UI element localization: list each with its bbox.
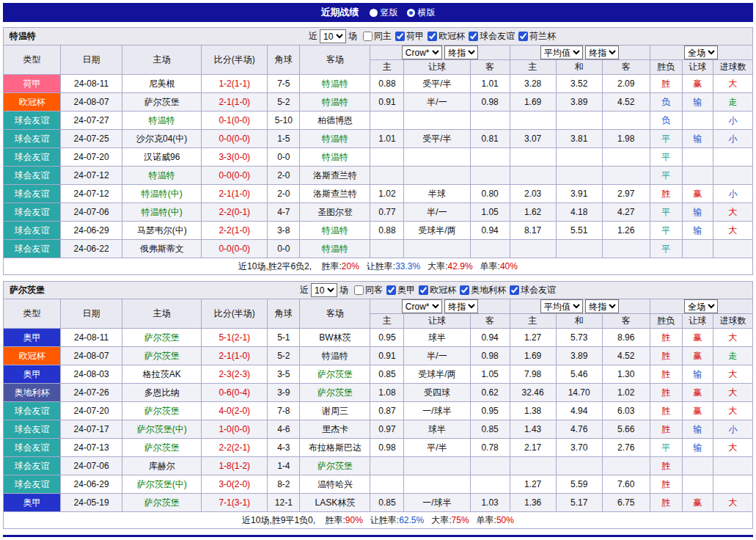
fulltime-select[interactable]: 全场 <box>684 299 718 313</box>
result-goals: 小 <box>713 185 752 203</box>
league-filter-checkbox[interactable] <box>510 285 519 295</box>
summary-row: 近10场,胜9平1负0, 胜率:90%让胜率:62.5%大率:75%单率:50% <box>4 512 753 529</box>
asia-away-odds: 1.05 <box>470 365 510 384</box>
asia-handicap: 平/半 <box>404 439 470 457</box>
layout-radio[interactable]: 竖版 <box>370 7 398 19</box>
league-filter[interactable]: 球会友谊 <box>469 30 515 43</box>
asia-home-odds <box>370 240 404 258</box>
games-count-select[interactable]: 10 <box>311 283 337 297</box>
league-filter-checkbox[interactable] <box>386 285 396 295</box>
asia-handicap: 受球半/两 <box>404 365 470 384</box>
games-count-select[interactable]: 10 <box>320 29 346 43</box>
away-team: 特温特 <box>300 75 370 93</box>
home-team: 特温特 <box>122 167 202 185</box>
league-filter[interactable]: 欧冠杯 <box>427 30 465 43</box>
league-filter[interactable]: 欧冠杯 <box>419 284 456 296</box>
fulltime-select[interactable]: 全场 <box>684 45 718 59</box>
eu-away-odds: 4.52 <box>602 347 650 365</box>
eu-time-select[interactable]: 终指 <box>585 299 619 313</box>
result-goals <box>713 148 752 167</box>
eu-time-select[interactable]: 终指 <box>585 45 619 59</box>
team-name: 萨尔茨堡 <box>10 284 45 296</box>
home-team: 萨尔茨堡(中) <box>122 475 202 494</box>
league-type: 球会友谊 <box>4 475 61 494</box>
result-goals: 大 <box>713 439 752 457</box>
asia-odds-header: Crow* 终指 <box>370 299 510 314</box>
eu-company-select[interactable]: 平均值 <box>540 45 583 59</box>
away-team: 谢周三 <box>300 402 370 420</box>
league-filter-checkbox[interactable] <box>469 32 478 41</box>
away-team: 布拉格斯巴达 <box>300 439 370 457</box>
result-handicap: 赢 <box>682 402 713 420</box>
eu-home-odds: 7.98 <box>510 365 556 384</box>
league-filter[interactable]: 荷兰杯 <box>518 30 556 43</box>
league-filter-label: 球会友谊 <box>521 284 556 296</box>
asia-handicap: 半/一 <box>404 203 470 222</box>
match-score: 5-1(2-1) <box>202 329 268 347</box>
asia-home-odds: 0.87 <box>370 402 404 420</box>
match-score: 2-2(0-1) <box>202 203 268 222</box>
asia-time-select[interactable]: 终指 <box>444 45 478 59</box>
league-filter[interactable]: 荷甲 <box>395 30 424 43</box>
league-filter-checkbox[interactable] <box>354 285 364 295</box>
eu-away-odds <box>602 240 650 258</box>
result-goals: 大 <box>713 329 752 347</box>
league-filter[interactable]: 球会友谊 <box>510 284 556 296</box>
league-filter-group: 同主荷甲欧冠杯球会友谊荷兰杯 <box>359 30 556 43</box>
layout-radio[interactable]: 横版 <box>407 7 436 19</box>
col-asia-away: 客 <box>470 60 510 75</box>
col-asia-home: 主 <box>370 314 404 329</box>
summary-stat-label: 大率: <box>427 261 447 271</box>
summary-stat-value: 33.3% <box>395 261 420 271</box>
league-type: 奥甲 <box>4 329 61 347</box>
match-score: 0-0(0-0) <box>202 130 268 148</box>
league-type: 欧冠杯 <box>4 93 61 112</box>
result-goals: 大 <box>713 75 752 93</box>
asia-company-select[interactable]: Crow* <box>402 299 442 313</box>
eu-draw-odds <box>556 148 602 167</box>
away-team: 特温特 <box>300 240 370 258</box>
league-filter-checkbox[interactable] <box>419 285 428 295</box>
match-row: 球会友谊24-07-27特温特0-1(0-0)5-10柏德博恩负小 <box>4 112 753 130</box>
home-team: 萨尔茨堡 <box>122 439 202 457</box>
result-handicap: 输 <box>682 93 713 112</box>
corner-score: 3-8 <box>268 222 300 240</box>
asia-handicap: 一/球半 <box>404 494 470 512</box>
league-type: 球会友谊 <box>4 402 61 420</box>
match-score: 1-8(1-2) <box>202 457 268 475</box>
filter-bar: 近 10 场 同客奥甲欧冠杯奥地利杯球会友谊 <box>300 283 556 297</box>
corner-score: 1-5 <box>268 130 300 148</box>
league-filter[interactable]: 同主 <box>363 30 392 43</box>
league-filter-checkbox[interactable] <box>460 285 469 295</box>
league-filter[interactable]: 奥地利杯 <box>460 284 506 296</box>
asia-handicap <box>404 148 470 167</box>
league-filter-checkbox[interactable] <box>363 32 373 41</box>
asia-home-odds <box>370 148 404 167</box>
home-team: 萨尔茨堡 <box>122 402 202 420</box>
match-row: 球会友谊24-07-12特温特(中)2-1(1-0)2-0洛斯查兰特1.02半球… <box>4 185 753 203</box>
summary-stat-label: 胜率: <box>321 261 341 271</box>
result-goals <box>713 167 752 185</box>
games-label: 场 <box>340 284 348 296</box>
league-filter[interactable]: 同客 <box>354 284 383 296</box>
result-wdl: 胜 <box>650 384 682 402</box>
match-score: 2-2(2-1) <box>202 439 268 457</box>
col-result: 胜负 <box>650 314 682 329</box>
eu-away-odds: 2.76 <box>602 439 650 457</box>
league-type: 球会友谊 <box>4 457 61 475</box>
league-filter-checkbox[interactable] <box>427 32 437 41</box>
asia-home-odds <box>370 457 404 475</box>
asia-away-odds: 0.85 <box>470 420 510 439</box>
asia-away-odds: 1.05 <box>470 203 510 222</box>
asia-time-select[interactable]: 终指 <box>444 299 478 313</box>
league-filter-checkbox[interactable] <box>395 32 405 41</box>
match-row: 欧冠杯24-08-07萨尔茨堡2-1(1-0)5-2特温特0.91半/一0.98… <box>4 347 753 365</box>
match-date: 24-08-03 <box>61 365 122 384</box>
league-filter[interactable]: 奥甲 <box>386 284 415 296</box>
league-type: 球会友谊 <box>4 130 61 148</box>
league-filter-checkbox[interactable] <box>518 32 528 41</box>
asia-company-select[interactable]: Crow* <box>402 45 442 59</box>
match-row: 球会友谊24-07-17萨尔茨堡(中)1-0(0-0)4-6里杰卡0.97球半0… <box>4 420 753 439</box>
radio-icon <box>407 9 415 17</box>
eu-company-select[interactable]: 平均值 <box>540 299 583 313</box>
